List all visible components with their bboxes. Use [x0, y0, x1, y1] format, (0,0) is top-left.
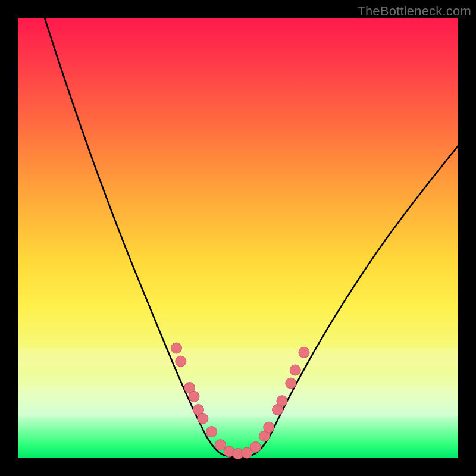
- marker-dot: [171, 343, 181, 353]
- chart-frame: TheBottleneck.com: [0, 0, 476, 476]
- marker-dot: [215, 440, 226, 450]
- marker-dot: [277, 396, 287, 406]
- marker-dot: [286, 378, 296, 389]
- chart-svg: [18, 18, 458, 458]
- marker-dot: [264, 422, 274, 433]
- marker-dot: [189, 391, 199, 402]
- marker-dot: [198, 413, 208, 424]
- marker-dot: [299, 347, 309, 358]
- marker-dot: [290, 365, 300, 375]
- marker-group: [171, 343, 309, 459]
- marker-dot: [206, 427, 217, 437]
- marker-dot: [250, 442, 261, 453]
- chart-plot-area: [18, 18, 458, 458]
- v-curve: [45, 18, 458, 457]
- marker-dot: [176, 356, 186, 367]
- watermark-text: TheBottleneck.com: [357, 4, 471, 19]
